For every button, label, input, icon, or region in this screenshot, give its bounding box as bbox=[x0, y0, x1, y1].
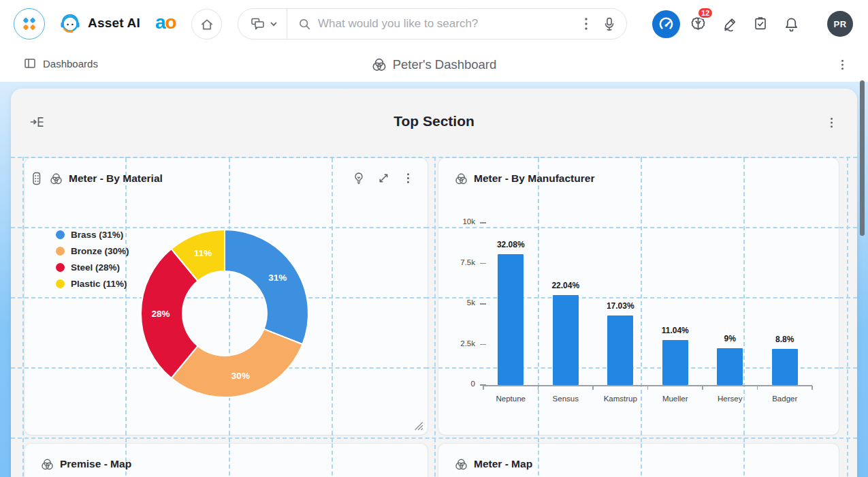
notifications-button[interactable] bbox=[778, 10, 804, 37]
signature-button[interactable] bbox=[717, 10, 743, 37]
slice-label: 31% bbox=[268, 273, 287, 283]
section-header: Top Section bbox=[11, 89, 857, 157]
slice-label: 30% bbox=[231, 371, 250, 381]
bar-neptune[interactable] bbox=[498, 254, 524, 385]
card-meter-by-manufacturer: 10k7.5k5k2.5k032.08%Neptune22.04%Sensus1… bbox=[438, 158, 839, 435]
bar-mueller[interactable] bbox=[662, 340, 688, 385]
legend-item[interactable]: Plastic (11%) bbox=[56, 275, 129, 292]
widget-venn-icon bbox=[41, 458, 54, 471]
kebab-menu-icon bbox=[584, 17, 588, 31]
bar-badger[interactable] bbox=[772, 349, 798, 385]
slice-label: 28% bbox=[151, 309, 170, 319]
ai-assistant-button[interactable]: 12 bbox=[685, 10, 711, 37]
expand-button[interactable] bbox=[374, 169, 392, 187]
home-button[interactable] bbox=[191, 9, 222, 40]
section-title: Top Section bbox=[11, 113, 857, 129]
x-axis-category-label: Neptune bbox=[480, 395, 541, 403]
search-input[interactable] bbox=[311, 17, 575, 31]
x-axis-tick-mark bbox=[702, 386, 703, 390]
search-more-button[interactable] bbox=[575, 10, 598, 37]
dashboard-venn-icon bbox=[372, 57, 387, 72]
x-axis-category-label: Hersey bbox=[699, 395, 760, 403]
brand-name: Asset AI bbox=[88, 16, 140, 31]
y-axis-tick-label: 5k bbox=[438, 298, 475, 307]
gauge-icon bbox=[658, 16, 675, 33]
dashboard-menu-button[interactable] bbox=[833, 55, 852, 74]
x-axis-tick-mark bbox=[483, 386, 484, 390]
x-axis-tick-mark bbox=[647, 386, 649, 390]
card-header: Meter - By Material bbox=[25, 169, 428, 188]
card-premise-map: Premise - Map bbox=[25, 444, 428, 477]
microphone-icon bbox=[602, 16, 616, 31]
tasks-button[interactable] bbox=[748, 10, 773, 37]
widget-venn-icon bbox=[455, 458, 468, 471]
section-menu-button[interactable] bbox=[822, 113, 841, 132]
donut-slice-brass[interactable] bbox=[225, 230, 308, 344]
bar-value-label: 9% bbox=[699, 334, 760, 343]
card-menu-button[interactable] bbox=[399, 169, 417, 187]
gauge-button[interactable] bbox=[652, 10, 680, 38]
legend-item[interactable]: Brass (31%) bbox=[56, 226, 129, 243]
bar-value-label: 32.08% bbox=[480, 240, 541, 249]
y-axis-tick-label: 2.5k bbox=[438, 339, 475, 348]
y-axis-tick-mark bbox=[480, 263, 486, 264]
bar-hersey[interactable] bbox=[717, 348, 743, 385]
bell-icon bbox=[783, 16, 800, 33]
donut-legend: Brass (31%)Bronze (30%)Steel (28%)Plasti… bbox=[56, 226, 129, 292]
voice-search-button[interactable] bbox=[598, 10, 621, 37]
resize-handle[interactable] bbox=[414, 421, 423, 431]
legend-label: Steel (28%) bbox=[71, 262, 120, 273]
widget-venn-icon bbox=[455, 172, 468, 185]
signature-pen-icon bbox=[722, 16, 739, 33]
legend-item[interactable]: Steel (28%) bbox=[56, 259, 129, 275]
scrollbar-thumb[interactable] bbox=[860, 80, 865, 236]
grid-guide-vertical bbox=[22, 157, 24, 477]
card-meter-map: Meter - Map bbox=[438, 444, 839, 477]
bar-value-label: 11.04% bbox=[645, 326, 706, 335]
card-title: Meter - Map bbox=[474, 458, 532, 470]
bar-kamstrup[interactable] bbox=[607, 316, 633, 385]
brand-logo[interactable]: Asset AI bbox=[57, 10, 140, 36]
legend-label: Plastic (11%) bbox=[71, 279, 127, 289]
kebab-menu-icon bbox=[841, 59, 844, 71]
widget-venn-icon bbox=[50, 172, 63, 185]
x-axis-category-label: Badger bbox=[754, 395, 816, 403]
legend-item[interactable]: Bronze (30%) bbox=[56, 243, 129, 259]
kebab-menu-icon bbox=[406, 172, 410, 184]
search-scope-button[interactable] bbox=[238, 9, 287, 39]
x-axis-tick-mark bbox=[757, 386, 758, 390]
legend-color-dot bbox=[56, 247, 65, 256]
home-icon bbox=[199, 17, 214, 32]
app-launcher-button[interactable] bbox=[14, 8, 45, 40]
grid-guide-vertical bbox=[434, 157, 436, 477]
user-avatar[interactable]: PR bbox=[827, 11, 853, 37]
dashboard-canvas: Top Section 31%30%28%11% bbox=[0, 82, 868, 477]
search-divider bbox=[287, 9, 287, 40]
kebab-menu-icon bbox=[830, 117, 833, 129]
topbar: Asset AI ao bbox=[0, 0, 868, 48]
chevron-down-icon bbox=[270, 22, 277, 27]
clipboard-check-icon bbox=[752, 16, 769, 32]
page-title: Peter's Dashboard bbox=[0, 48, 868, 82]
insights-button[interactable] bbox=[350, 169, 368, 187]
ao-logo[interactable]: ao bbox=[155, 12, 176, 33]
bar-chart: 10k7.5k5k2.5k032.08%Neptune22.04%Sensus1… bbox=[438, 158, 839, 435]
drag-handle-icon[interactable] bbox=[30, 171, 44, 186]
ao-logo-o: o bbox=[165, 12, 176, 33]
x-axis-category-label: Mueller bbox=[645, 395, 706, 403]
bar-value-label: 17.03% bbox=[590, 301, 651, 311]
page-title-label: Peter's Dashboard bbox=[393, 57, 497, 72]
top-section-panel: Top Section 31%30%28%11% bbox=[11, 89, 857, 477]
card-header: Meter - By Manufacturer bbox=[438, 169, 839, 188]
card-header: Premise - Map bbox=[25, 455, 428, 474]
x-axis-category-label: Sensus bbox=[535, 395, 596, 403]
bar-value-label: 22.04% bbox=[535, 281, 596, 290]
y-axis-tick-mark bbox=[480, 303, 486, 305]
y-axis-tick-label: 7.5k bbox=[438, 258, 475, 266]
notification-badge: 12 bbox=[697, 7, 713, 19]
bar-sensus[interactable] bbox=[553, 295, 579, 385]
x-axis-category-label: Kamstrup bbox=[590, 395, 651, 403]
y-axis-tick-mark bbox=[480, 344, 486, 345]
slice-label: 11% bbox=[194, 248, 212, 258]
x-axis-tick-mark bbox=[811, 386, 813, 390]
